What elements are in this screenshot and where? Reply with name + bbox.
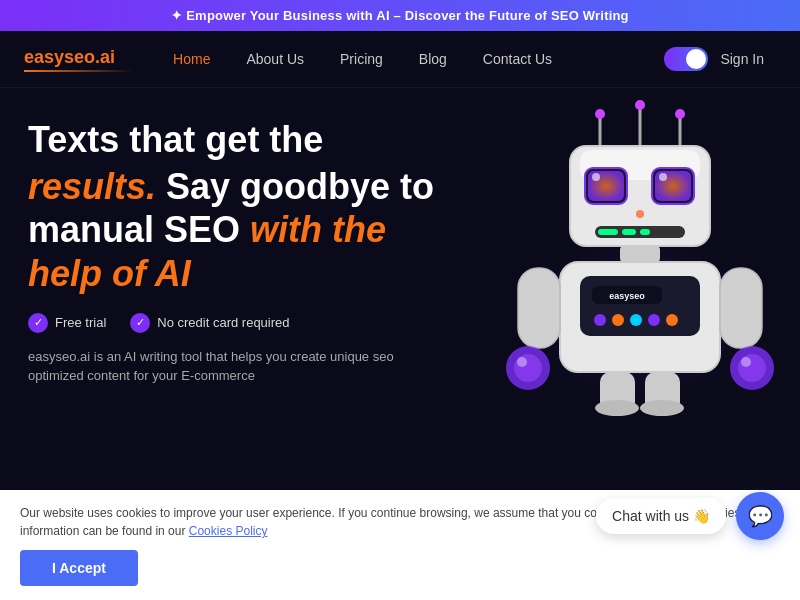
hero-badges: ✓ Free trial ✓ No credit card required xyxy=(28,313,488,333)
svg-rect-20 xyxy=(620,246,660,262)
accept-cookies-button[interactable]: I Accept xyxy=(20,550,138,586)
svg-point-25 xyxy=(594,314,606,326)
svg-point-29 xyxy=(666,314,678,326)
hero-line3: manual SEO with the xyxy=(28,208,488,251)
nav-contact[interactable]: Contact Us xyxy=(465,45,570,73)
svg-point-36 xyxy=(738,354,766,382)
logo[interactable]: easyseo.ai xyxy=(24,47,155,72)
checkmark-icon: ✓ xyxy=(28,313,48,333)
svg-point-14 xyxy=(659,173,667,181)
signin-link[interactable]: Sign In xyxy=(708,45,776,73)
nav-links: Home About Us Pricing Blog Contact Us xyxy=(155,45,656,73)
heading-line2: Say goodbye to xyxy=(156,166,434,207)
navigation: easyseo.ai Home About Us Pricing Blog Co… xyxy=(0,31,800,88)
logo-suffix: ai xyxy=(100,47,115,67)
logo-text: easyseo. xyxy=(24,47,100,67)
badge-free-trial-label: Free trial xyxy=(55,315,106,330)
svg-point-26 xyxy=(612,314,624,326)
svg-point-6 xyxy=(675,109,685,119)
svg-rect-34 xyxy=(720,268,762,348)
toggle-track[interactable] xyxy=(664,47,708,71)
svg-point-28 xyxy=(648,314,660,326)
chat-button[interactable]: 💬 xyxy=(736,492,784,540)
nav-about[interactable]: About Us xyxy=(228,45,322,73)
heading-line3: manual SEO xyxy=(28,209,250,250)
cookie-actions: I Accept xyxy=(20,550,780,586)
svg-rect-17 xyxy=(598,229,618,235)
chat-icon: 💬 xyxy=(748,504,773,528)
svg-point-41 xyxy=(640,400,684,416)
svg-point-32 xyxy=(514,354,542,382)
hero-line4: help of AI xyxy=(28,252,488,295)
heading-orange1: results. xyxy=(28,166,156,207)
hero-subheading: results. Say goodbye to xyxy=(28,165,488,208)
theme-toggle[interactable] xyxy=(664,47,708,71)
chat-bubble[interactable]: Chat with us 👋 xyxy=(596,498,726,534)
hero-content: Texts that get the results. Say goodbye … xyxy=(28,118,488,386)
svg-point-13 xyxy=(592,173,600,181)
hero-section: Texts that get the results. Say goodbye … xyxy=(0,88,800,468)
svg-point-15 xyxy=(636,210,644,218)
svg-rect-18 xyxy=(622,229,636,235)
svg-point-33 xyxy=(517,357,527,367)
heading-line4: help of AI xyxy=(28,253,191,294)
svg-text:easyseo: easyseo xyxy=(609,291,645,301)
chat-widget: Chat with us 👋 💬 xyxy=(596,492,784,540)
hero-description: easyseo.ai is an AI writing tool that he… xyxy=(28,347,408,386)
logo-underline xyxy=(24,70,134,72)
robot-illustration: easyseo xyxy=(500,98,780,418)
nav-pricing[interactable]: Pricing xyxy=(322,45,401,73)
svg-point-37 xyxy=(741,357,751,367)
badge-no-credit-card: ✓ No credit card required xyxy=(130,313,289,333)
checkmark-icon-2: ✓ xyxy=(130,313,150,333)
banner-text: ✦ Empower Your Business with AI – Discov… xyxy=(171,8,629,23)
heading-line1: Texts that get the xyxy=(28,119,323,160)
nav-home[interactable]: Home xyxy=(155,45,228,73)
svg-point-4 xyxy=(635,100,645,110)
heading-orange2: with the xyxy=(250,209,386,250)
hero-heading: Texts that get the xyxy=(28,118,488,161)
nav-blog[interactable]: Blog xyxy=(401,45,465,73)
svg-point-2 xyxy=(595,109,605,119)
svg-point-27 xyxy=(630,314,642,326)
top-banner: ✦ Empower Your Business with AI – Discov… xyxy=(0,0,800,31)
badge-free-trial: ✓ Free trial xyxy=(28,313,106,333)
svg-point-40 xyxy=(595,400,639,416)
svg-rect-22 xyxy=(580,276,700,336)
badge-no-credit-card-label: No credit card required xyxy=(157,315,289,330)
svg-rect-19 xyxy=(640,229,650,235)
svg-rect-30 xyxy=(518,268,560,348)
toggle-thumb xyxy=(686,49,706,69)
cookie-policy-link[interactable]: Cookies Policy xyxy=(189,524,268,538)
